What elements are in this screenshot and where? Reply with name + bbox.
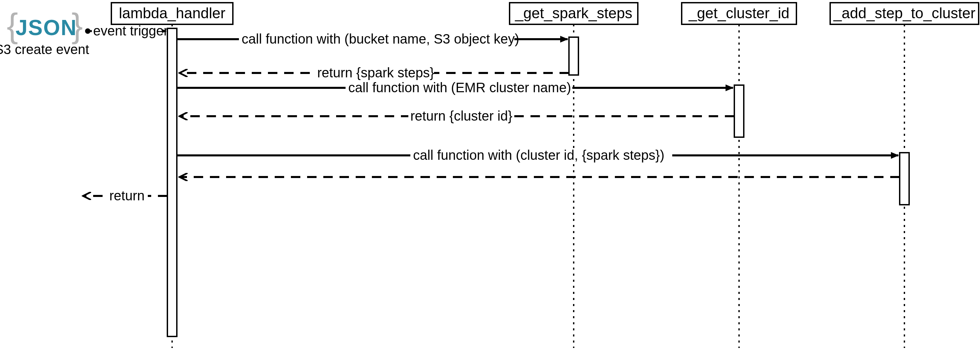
message-label: call function with (bucket name, S3 obje…	[242, 31, 519, 46]
sequence-diagram: { JSON } S3 create event lambda_handler …	[0, 0, 980, 352]
message-event-trigger: event trigger	[85, 23, 168, 38]
participant-get-spark-steps: _get_spark_steps	[509, 3, 638, 24]
message-return-spark-steps: return {spark steps}	[180, 65, 569, 80]
json-actor: { JSON } S3 create event	[0, 6, 89, 57]
message-call-get-spark-steps: call function with (bucket name, S3 obje…	[177, 31, 568, 46]
participant-get-cluster-id: _get_cluster_id	[682, 3, 796, 24]
message-return-cluster-id: return {cluster id}	[180, 109, 734, 123]
message-label: return {cluster id}	[410, 109, 512, 123]
json-logo-text: JSON	[16, 16, 77, 40]
message-label: return {spark steps}	[317, 65, 434, 80]
message-final-return: return	[83, 188, 167, 203]
message-label: return	[109, 188, 145, 203]
participant-label: lambda_handler	[119, 5, 226, 21]
activation-get-cluster-id	[734, 85, 744, 137]
participant-label: _get_cluster_id	[689, 5, 789, 21]
participant-add-step-to-cluster: _add_step_to_cluster	[830, 3, 978, 24]
participant-lambda-handler: lambda_handler	[111, 3, 233, 24]
activation-add-step-to-cluster	[900, 153, 909, 205]
message-label: call function with (EMR cluster name)	[348, 80, 571, 95]
activation-lambda-handler	[167, 28, 177, 336]
participant-label: _get_spark_steps	[515, 5, 632, 21]
message-label: event trigger	[93, 23, 168, 38]
actor-caption: S3 create event	[0, 42, 89, 57]
message-label: call function with (cluster id, {spark s…	[413, 148, 665, 163]
brace-right-icon: }	[72, 6, 83, 44]
participant-label: _add_step_to_cluster	[833, 5, 975, 21]
message-call-get-cluster-id: call function with (EMR cluster name)	[177, 80, 733, 95]
found-start-dot-icon	[85, 28, 91, 34]
activation-get-spark-steps	[569, 37, 578, 75]
message-call-add-step-to-cluster: call function with (cluster id, {spark s…	[177, 148, 898, 163]
